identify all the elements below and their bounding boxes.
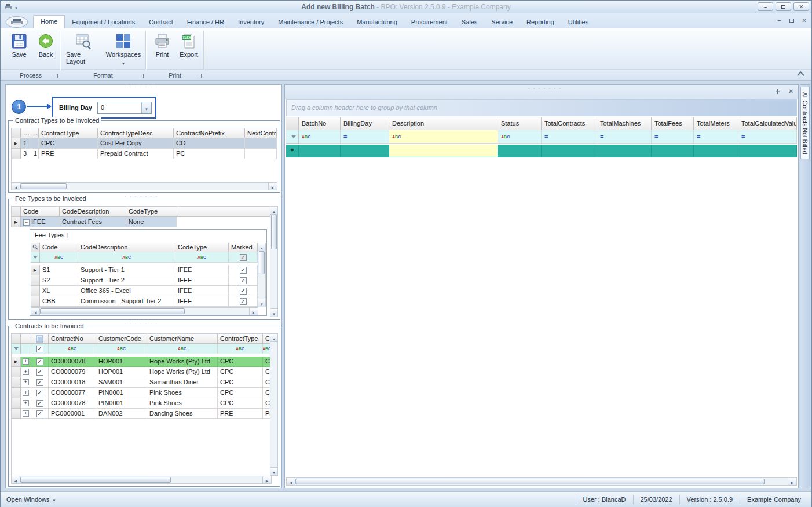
cell-code[interactable]: S1	[40, 265, 78, 275]
new-billingday-cell[interactable]	[341, 145, 389, 157]
column-header-contractno[interactable]: ContractNo	[49, 334, 96, 344]
cell-customercode[interactable]: PIN0001	[96, 398, 147, 409]
minimize-button[interactable]	[758, 2, 773, 11]
cell-customername[interactable]: Hope Works (Pty) Ltd	[147, 357, 218, 367]
cell-marked[interactable]	[229, 286, 258, 296]
cell-contractno[interactable]: CO0000078	[49, 398, 96, 409]
column-header[interactable]: …	[21, 128, 31, 138]
include-checkbox-cell[interactable]	[31, 357, 49, 367]
column-header-marked[interactable]: Marked	[229, 243, 258, 252]
cell-customername[interactable]: Pink Shoes	[147, 388, 218, 398]
contract-type-row[interactable]: 3 1 PRE Prepaid Contract PC	[12, 149, 277, 159]
column-header-code[interactable]: Code	[21, 207, 60, 217]
filter-billingday[interactable]	[341, 130, 389, 144]
cell-customercode[interactable]: HOP001	[96, 367, 147, 377]
cell-codedescription[interactable]: Contract Fees	[60, 217, 126, 227]
new-totalcontracts-cell[interactable]	[542, 145, 597, 157]
column-header-billingday[interactable]: BillingDay	[341, 117, 389, 130]
close-panel-icon[interactable]	[789, 87, 793, 94]
include-checkbox[interactable]	[36, 379, 43, 386]
workspaces-button[interactable]: Workspaces	[104, 30, 143, 67]
cell-codetype[interactable]: IFEE	[175, 265, 229, 275]
scroll-thumb[interactable]	[20, 183, 67, 189]
expand-cell[interactable]	[21, 377, 31, 388]
column-header-totalmeters[interactable]: TotalMeters	[694, 117, 738, 130]
include-checkbox[interactable]	[36, 358, 43, 365]
column-header-contracttype[interactable]: ContractType	[39, 128, 98, 138]
scroll-right-icon[interactable]	[788, 478, 796, 485]
tab-sales[interactable]: Sales	[455, 16, 485, 28]
new-totalcalculatedvalue-cell[interactable]	[738, 145, 797, 157]
expand-row-icon[interactable]	[23, 410, 29, 417]
cell-marked[interactable]	[229, 265, 258, 275]
mdi-minimize-icon[interactable]	[777, 17, 781, 24]
fee-types-detail-tab[interactable]: Fee Types	[35, 232, 68, 238]
filter-customercode[interactable]: ABC	[96, 344, 147, 354]
expand-row-icon[interactable]	[23, 390, 29, 396]
expand-cell[interactable]	[21, 357, 31, 367]
filter-contracttype[interactable]: ABC	[218, 344, 263, 354]
billing-day-combobox[interactable]: 0	[97, 102, 152, 114]
search-header-icon[interactable]	[31, 243, 40, 252]
filter-totalcontracts[interactable]	[542, 130, 597, 144]
include-checkbox-cell[interactable]	[31, 409, 49, 419]
tab-service[interactable]: Service	[484, 16, 520, 28]
column-header-description[interactable]: Description	[389, 117, 498, 130]
new-batch-row[interactable]	[286, 145, 797, 157]
cell-customername[interactable]: Hope Works (Pty) Ltd	[147, 367, 218, 377]
filter-checkbox[interactable]	[31, 344, 49, 354]
cell[interactable]: 1	[21, 138, 31, 149]
cell-customername[interactable]: Pink Shoes	[147, 398, 218, 409]
scroll-left-icon[interactable]	[12, 476, 20, 483]
expand-column-header[interactable]	[21, 334, 31, 344]
contracts-vscrollbar[interactable]	[270, 333, 278, 476]
cell-customercode[interactable]: SAM001	[96, 377, 147, 388]
cell-customername[interactable]: Samanthas Diner	[147, 377, 218, 388]
marked-checkbox[interactable]	[240, 267, 247, 274]
scroll-right-icon[interactable]	[249, 308, 258, 315]
column-header-contractnoprefix[interactable]: ContractNoPrefix	[174, 128, 245, 138]
back-button[interactable]: Back	[33, 30, 58, 67]
expand-cell[interactable]	[21, 367, 31, 377]
tab-procurement[interactable]: Procurement	[404, 16, 455, 28]
group-by-bar[interactable]: Drag a column header here to group by th…	[286, 99, 797, 116]
cell-codedescription[interactable]: Office 365 - Excel	[78, 286, 175, 296]
column-header-status[interactable]: Status	[498, 117, 542, 130]
cell-contracttypedesc[interactable]: Prepaid Contract	[98, 149, 174, 159]
app-logo-icon[interactable]	[5, 16, 28, 28]
splitter-handle[interactable]: · · · · · · ·	[528, 86, 562, 91]
cell-code[interactable]: CBB	[40, 296, 78, 307]
pin-icon[interactable]	[774, 88, 781, 94]
print-dialog-launcher-icon[interactable]	[197, 74, 202, 78]
scroll-up-icon[interactable]	[258, 243, 265, 251]
tab-reporting[interactable]: Reporting	[520, 16, 561, 28]
expand-cell[interactable]	[21, 388, 31, 398]
cell-customercode[interactable]: DAN002	[96, 409, 147, 419]
scroll-thumb[interactable]	[20, 477, 171, 483]
cell[interactable]	[177, 217, 271, 227]
contract-row[interactable]: PC0000001 DAN002 Dancing Shoes PRE Prep	[12, 409, 271, 419]
contract-row[interactable]: CO0000018 SAM001 Samanthas Diner CPC Cos…	[12, 377, 271, 388]
include-checkbox-cell[interactable]	[31, 398, 49, 409]
title-bar[interactable]: Add new Billing Batch - BPO: Version 2.5…	[1, 1, 811, 13]
save-layout-button[interactable]: Save Layout	[65, 30, 101, 67]
contract-row[interactable]: CO0000077 PIN0001 Pink Shoes CPC Cost	[12, 388, 271, 398]
include-checkbox-cell[interactable]	[31, 367, 49, 377]
tab-manufacturing[interactable]: Manufacturing	[350, 16, 404, 28]
cell[interactable]	[31, 138, 39, 149]
cell-contractno[interactable]: CO0000077	[49, 388, 96, 398]
close-button[interactable]	[793, 2, 809, 11]
expand-cell[interactable]	[21, 409, 31, 419]
column-header-totalfees[interactable]: TotalFees	[652, 117, 694, 130]
expand-row-icon[interactable]	[23, 369, 29, 375]
marked-checkbox[interactable]	[240, 288, 247, 295]
filter-marked-checkbox[interactable]	[229, 252, 258, 263]
row-indicator-header[interactable]	[12, 334, 21, 344]
column-header-code[interactable]: Code	[40, 243, 78, 252]
checkbox-checked-icon[interactable]	[240, 254, 247, 261]
scroll-down-icon[interactable]	[270, 467, 277, 475]
cell-codedescription[interactable]: Commission - Support Tier 2	[78, 296, 175, 307]
expand-cell[interactable]	[21, 398, 31, 409]
include-checkbox[interactable]	[36, 390, 43, 396]
column-header-contracttypedesc[interactable]: ContractTypeDesc	[98, 128, 174, 138]
